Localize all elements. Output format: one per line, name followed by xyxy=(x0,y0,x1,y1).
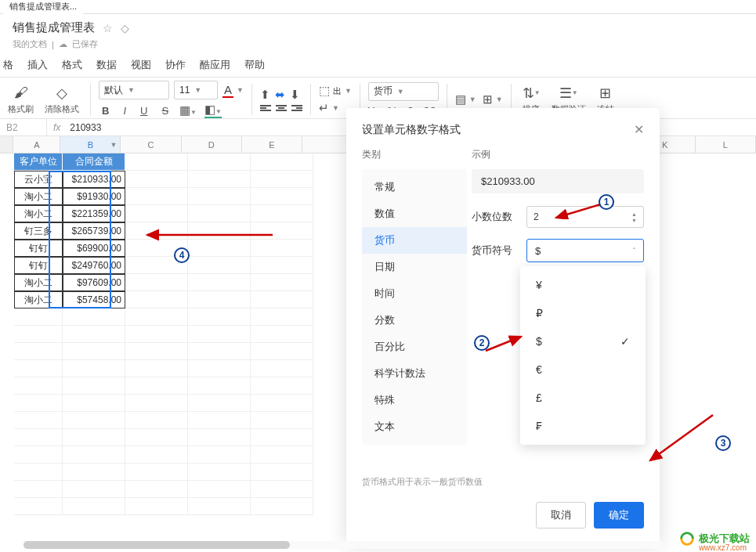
italic-button[interactable]: I xyxy=(120,103,129,118)
grid-cell[interactable]: $69900.00 xyxy=(63,240,125,257)
grid-cell[interactable] xyxy=(251,481,313,498)
document-tab[interactable]: 销售提成管理表... xyxy=(3,0,83,14)
formula-input[interactable]: 210933 xyxy=(67,122,104,133)
grid-cell[interactable] xyxy=(125,481,188,498)
grid-cell[interactable]: $265739.00 xyxy=(63,222,125,240)
grid-cell[interactable] xyxy=(125,377,188,395)
clear-format-button[interactable]: ◇清除格式 xyxy=(42,83,82,117)
grid-cell[interactable] xyxy=(14,360,63,377)
grid-cell[interactable] xyxy=(188,274,251,291)
col-header-l[interactable]: L xyxy=(696,136,756,153)
close-icon[interactable]: ✕ xyxy=(634,122,644,137)
grid-cell[interactable]: 淘小二 xyxy=(14,188,63,205)
grid-cell[interactable] xyxy=(188,498,251,515)
grid-cell[interactable] xyxy=(125,188,188,205)
grid-cell[interactable] xyxy=(14,395,63,412)
grid-cell[interactable] xyxy=(188,412,251,429)
font-color-button[interactable]: A xyxy=(222,83,233,98)
grid-cell[interactable] xyxy=(125,343,188,360)
menu-format[interactable]: 格式 xyxy=(62,58,82,72)
grid-cell[interactable] xyxy=(188,360,251,377)
grid-cell[interactable] xyxy=(251,205,313,222)
grid-cell[interactable] xyxy=(63,481,125,498)
cat-currency[interactable]: 货币 xyxy=(362,227,467,254)
grid-cell[interactable] xyxy=(188,377,251,395)
ok-button[interactable]: 确定 xyxy=(594,502,644,529)
select-all-corner[interactable] xyxy=(0,136,13,153)
grid-cell[interactable] xyxy=(63,498,125,515)
grid-cell[interactable] xyxy=(188,395,251,412)
grid-cell[interactable]: $249760.00 xyxy=(63,257,125,274)
col-header-a[interactable]: A xyxy=(13,136,60,153)
menu-data[interactable]: 数据 xyxy=(96,58,117,72)
grid-cell[interactable] xyxy=(63,464,125,481)
col-header-b[interactable]: B▼ xyxy=(60,136,121,153)
grid-cell[interactable] xyxy=(188,205,251,222)
grid-cell[interactable] xyxy=(14,446,63,464)
grid-cell[interactable] xyxy=(188,188,251,205)
align-center-button[interactable] xyxy=(276,105,287,111)
grid-cell[interactable] xyxy=(251,257,313,274)
grid-cell[interactable] xyxy=(125,308,188,326)
cat-date[interactable]: 日期 xyxy=(362,254,467,280)
valign-mid-button[interactable]: ⬌ xyxy=(275,88,285,102)
valign-bot-button[interactable]: ⬇ xyxy=(290,88,300,102)
grid-cell[interactable] xyxy=(251,153,313,171)
menu-view[interactable]: 视图 xyxy=(131,58,151,72)
strike-button[interactable]: S xyxy=(158,103,172,118)
grid-cell[interactable] xyxy=(125,498,188,515)
grid-cell[interactable] xyxy=(63,360,125,377)
grid-cell[interactable] xyxy=(188,481,251,498)
grid-cell[interactable] xyxy=(63,395,125,412)
cat-text[interactable]: 文本 xyxy=(362,413,467,440)
grid-cell[interactable] xyxy=(14,498,63,515)
cat-percent[interactable]: 百分比 xyxy=(362,334,467,360)
grid-cell[interactable] xyxy=(63,412,125,429)
underline-button[interactable]: U xyxy=(137,103,150,118)
header-cell[interactable]: 客户单位 xyxy=(14,153,63,171)
grid-cell[interactable] xyxy=(251,498,313,515)
grid-cell[interactable] xyxy=(125,171,188,188)
cat-number[interactable]: 数值 xyxy=(362,200,467,227)
grid-cell[interactable] xyxy=(251,464,313,481)
currency-option-franc[interactable]: ₣ xyxy=(520,412,646,440)
grid-cell[interactable] xyxy=(125,360,188,377)
grid-cell[interactable] xyxy=(14,377,63,395)
number-format-select[interactable]: 货币▼ xyxy=(368,82,439,101)
grid-cell[interactable] xyxy=(188,171,251,188)
cell-reference-input[interactable]: B2 xyxy=(0,119,47,135)
grid-cell[interactable] xyxy=(63,343,125,360)
grid-cell[interactable] xyxy=(125,291,188,308)
currency-option-ruble[interactable]: ₽ xyxy=(520,299,646,327)
grid-cell[interactable] xyxy=(188,464,251,481)
grid-cell[interactable] xyxy=(125,326,188,343)
menu-help[interactable]: 帮助 xyxy=(244,58,265,72)
grid-cell[interactable] xyxy=(251,171,313,188)
col-header-c[interactable]: C xyxy=(121,136,181,153)
menu-insert[interactable]: 插入 xyxy=(27,58,48,72)
grid-cell[interactable] xyxy=(14,308,63,326)
header-cell[interactable]: 合同金额 xyxy=(63,153,125,171)
grid-cell[interactable] xyxy=(63,429,125,446)
grid-cell[interactable] xyxy=(251,308,313,326)
grid-cell[interactable] xyxy=(188,326,251,343)
grid-cell[interactable] xyxy=(188,429,251,446)
grid-cell[interactable] xyxy=(251,291,313,308)
grid-cell[interactable] xyxy=(188,308,251,326)
cat-special[interactable]: 特殊 xyxy=(362,387,467,413)
bell-icon[interactable]: ◇ xyxy=(121,22,129,34)
grid-cell[interactable] xyxy=(188,291,251,308)
grid-cell[interactable] xyxy=(251,377,313,395)
currency-option-yen[interactable]: ¥ xyxy=(520,271,646,299)
cat-scientific[interactable]: 科学计数法 xyxy=(362,360,467,387)
grid-cell[interactable] xyxy=(125,205,188,222)
cat-general[interactable]: 常规 xyxy=(362,174,467,200)
star-icon[interactable]: ☆ xyxy=(103,22,113,34)
grid-cell[interactable] xyxy=(14,429,63,446)
grid-cell[interactable] xyxy=(251,343,313,360)
grid-cell[interactable] xyxy=(63,326,125,343)
grid-cell[interactable]: 淘小二 xyxy=(14,291,63,308)
grid-cell[interactable] xyxy=(63,308,125,326)
grid-cell[interactable] xyxy=(14,412,63,429)
grid-cell[interactable] xyxy=(14,326,63,343)
